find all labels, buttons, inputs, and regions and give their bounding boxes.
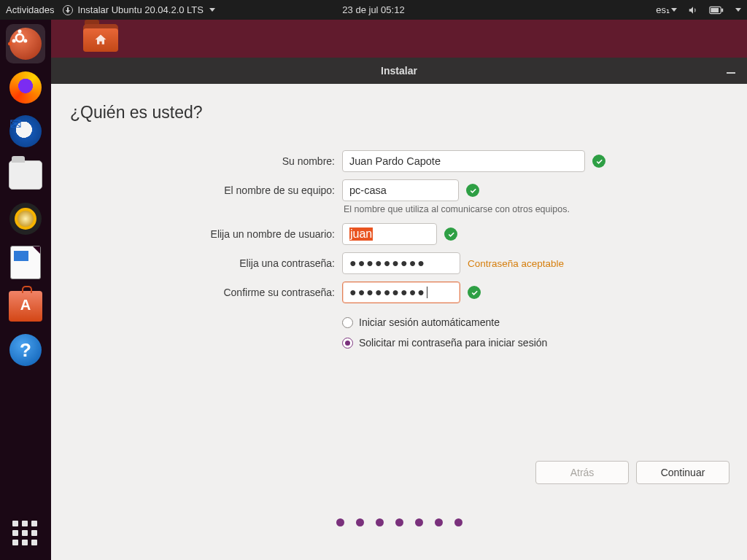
dock-app-files[interactable] — [6, 155, 45, 195]
svg-point-6 — [12, 39, 16, 42]
window-titlebar: Instalar — [51, 58, 747, 84]
radio-auto-login[interactable]: Iniciar sesión automáticamente — [342, 316, 725, 328]
user-form: Su nombre: El nombre de su equipo: El no… — [70, 150, 725, 349]
password-strength-label: Contraseña aceptable — [468, 258, 564, 269]
software-store-icon — [9, 291, 42, 322]
radio-label: Iniciar sesión automáticamente — [359, 316, 500, 328]
dock-app-help[interactable]: ? — [6, 330, 45, 370]
installer-icon — [63, 5, 73, 15]
minimize-button[interactable] — [725, 63, 737, 78]
dock-app-installer[interactable] — [6, 24, 45, 63]
password-input[interactable]: ●●●●●●●●● — [342, 252, 460, 274]
desktop-background — [51, 20, 747, 58]
dock-app-software[interactable] — [6, 287, 45, 326]
svg-point-3 — [16, 34, 23, 42]
confirm-password-input[interactable]: ●●●●●●●●● — [342, 281, 460, 303]
wizard-progress-dots — [51, 518, 747, 526]
svg-point-5 — [23, 39, 27, 42]
svg-rect-2 — [711, 7, 719, 12]
ubuntu-icon — [9, 28, 42, 60]
help-icon: ? — [9, 334, 42, 366]
window-title: Instalar — [381, 65, 417, 77]
chevron-down-icon — [209, 8, 215, 12]
radio-checked-icon — [342, 338, 353, 349]
app-menu[interactable]: Instalar Ubuntu 20.04.2.0 LTS — [63, 4, 214, 15]
battery-icon[interactable] — [709, 5, 724, 15]
valid-check-icon — [468, 286, 481, 299]
files-icon — [9, 160, 42, 190]
dock-app-libreoffice[interactable] — [6, 243, 45, 282]
chevron-down-icon — [671, 8, 677, 12]
label-name: Su nombre: — [70, 150, 342, 172]
running-indicator-icon — [8, 42, 12, 46]
dock-app-thunderbird[interactable] — [6, 112, 45, 151]
dock-app-firefox[interactable] — [6, 68, 45, 107]
radio-icon — [342, 317, 353, 328]
radio-require-password[interactable]: Solicitar mi contraseña para iniciar ses… — [342, 337, 725, 349]
radio-label: Solicitar mi contraseña para iniciar ses… — [359, 337, 547, 349]
svg-rect-1 — [721, 8, 723, 12]
home-icon — [93, 33, 108, 47]
dock: ? — [0, 20, 51, 560]
confirm-password-value: ●●●●●●●●● — [349, 286, 426, 299]
volume-icon[interactable] — [687, 5, 699, 15]
gnome-top-bar: Actividades Instalar Ubuntu 20.04.2.0 LT… — [0, 0, 747, 20]
valid-check-icon — [444, 228, 457, 241]
hostname-hint: El nombre que utiliza al comunicarse con… — [342, 204, 725, 214]
libreoffice-writer-icon — [10, 246, 41, 279]
continue-button[interactable]: Continuar — [636, 461, 729, 484]
dock-app-rhythmbox[interactable] — [6, 199, 45, 238]
rhythmbox-icon — [9, 203, 42, 235]
app-menu-label: Instalar Ubuntu 20.04.2.0 LTS — [77, 4, 203, 15]
page-heading: ¿Quién es usted? — [70, 103, 725, 122]
valid-check-icon — [466, 184, 479, 197]
thunderbird-icon — [9, 115, 42, 147]
svg-point-4 — [18, 30, 21, 34]
installer-window: Instalar ¿Quién es usted? Su nombre: El … — [51, 58, 747, 560]
username-input[interactable]: juan — [342, 223, 437, 245]
wizard-nav: Atrás Continuar — [535, 461, 729, 484]
name-input[interactable] — [342, 150, 585, 172]
firefox-icon — [9, 71, 42, 104]
hostname-input[interactable] — [342, 179, 459, 201]
label-username: Elija un nombre de usuario: — [70, 223, 342, 245]
label-hostname: El nombre de su equipo: — [70, 179, 342, 201]
text-cursor — [427, 287, 427, 298]
label-password: Elija una contraseña: — [70, 252, 342, 274]
username-value: juan — [349, 228, 373, 241]
valid-check-icon — [592, 155, 605, 168]
show-applications-button[interactable] — [12, 521, 39, 547]
installer-content: ¿Quién es usted? Su nombre: El nombre de… — [51, 84, 747, 560]
system-menu-chevron-icon[interactable] — [735, 8, 741, 12]
label-confirm-password: Confirme su contraseña: — [70, 281, 342, 303]
back-button[interactable]: Atrás — [535, 461, 629, 484]
clock[interactable]: 23 de jul 05:12 — [342, 4, 404, 15]
desktop-home-folder[interactable] — [83, 24, 120, 53]
keyboard-layout-indicator[interactable]: es₁ — [656, 4, 677, 15]
password-value: ●●●●●●●●● — [349, 257, 426, 270]
activities-button[interactable]: Actividades — [6, 4, 54, 15]
